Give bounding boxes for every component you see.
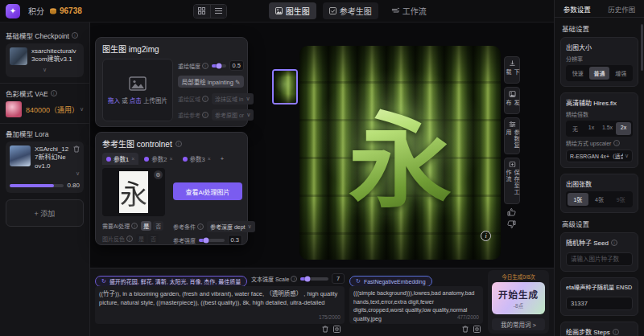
trash-icon[interactable]: [462, 326, 469, 333]
favorite-prompts-button[interactable]: 我的常用词 >: [492, 318, 545, 330]
ensd-label: eta噪声种子随机量 ENSDi: [566, 283, 633, 291]
inpaint-reference-dropdown[interactable]: 参考原图 or∨: [212, 109, 254, 121]
strength-slider[interactable]: [199, 239, 225, 242]
thumbs-up-icon[interactable]: [506, 206, 517, 217]
seed-input[interactable]: [566, 252, 633, 266]
controlnet-tab-2[interactable]: 参数2×: [140, 153, 176, 165]
denoise-label: 重绘幅度i: [178, 62, 208, 70]
tab-history[interactable]: 历史作图: [600, 4, 644, 14]
trash-icon[interactable]: [73, 145, 80, 153]
lora-weight-slider[interactable]: [10, 184, 64, 187]
inpaint-reference-label: 重绘参考i: [178, 111, 208, 119]
image-upload-dropzone[interactable]: 拖入 或 点击 上传图片: [102, 59, 173, 121]
close-icon[interactable]: ×: [169, 156, 172, 162]
expand-icon[interactable]: [473, 326, 481, 333]
checkpoint-card[interactable]: xsarchitecturalv3com建筑v3.1 ∨: [6, 43, 84, 77]
generated-image[interactable]: 永: [299, 46, 501, 260]
view-processed-image-button[interactable]: 查看Ai处理图片: [173, 182, 242, 200]
trash-icon[interactable]: [322, 326, 328, 333]
publish-icon: [509, 91, 516, 97]
workflow-icon: [391, 7, 399, 14]
info-icon: i: [202, 63, 208, 69]
thumbs-down-icon[interactable]: [506, 219, 517, 230]
negative-prompt-textarea[interactable]: (((simple background))),lowres,bad anato…: [349, 286, 483, 324]
save-to-workflow-button[interactable]: 保存至工作流: [504, 158, 520, 204]
scrollbar[interactable]: [641, 24, 643, 71]
hires-fix-label: 高清辅助 Hires.fix: [566, 98, 633, 107]
reference-icon: [329, 7, 336, 14]
resolution-label: 分辨率: [566, 55, 633, 63]
resolution-fast[interactable]: 快速: [568, 67, 588, 80]
add-lora-button[interactable]: + 添加: [6, 199, 84, 227]
hires-scale-segmented: 无 1x 1.5x 2x: [566, 121, 633, 137]
grid-view-icon[interactable]: [194, 5, 210, 18]
publish-button[interactable]: 发布: [504, 87, 520, 114]
menu-list-icon[interactable]: [210, 5, 226, 18]
upscaler-label: 精绘方式 upscaleri: [566, 139, 633, 147]
lora-card[interactable]: XSArchi_127新科幻Neov1.0 ∨ 0.80: [6, 141, 84, 193]
controlnet-tab-3[interactable]: 参数3×: [179, 153, 215, 165]
checkpoint-name: xsarchitecturalv3com建筑v3.1: [31, 47, 80, 64]
positive-prompt-textarea[interactable]: ((竹子)), in a blooming garden, (fresh and…: [95, 286, 345, 324]
info-icon: i: [126, 236, 133, 242]
unit-dot-icon: [183, 157, 188, 162]
controlnet-panel: 参考生图 controlneti 参数1× 参数2× 参数3× + 永 ⚙ 查看…: [95, 132, 248, 245]
info-icon: i: [202, 112, 208, 118]
cfg-scale-value[interactable]: 7: [332, 273, 345, 284]
denoise-value[interactable]: 0.5: [229, 60, 244, 71]
reuse-params-button[interactable]: 参数复用: [504, 117, 520, 154]
hires-none[interactable]: 无: [568, 122, 583, 135]
tab-parameters[interactable]: 参数设置: [555, 4, 600, 14]
tab-reference-gen[interactable]: 参考生图: [323, 2, 378, 19]
tab-img2img[interactable]: 图生图: [269, 2, 316, 19]
controlnet-tab-1[interactable]: 参数1×: [102, 153, 138, 165]
chevron-down-icon[interactable]: ∨: [10, 170, 80, 177]
positive-chip[interactable]: ↻盛开的花园, 鲜花, 清新, 太阳光, 肖像, 杰作, 最佳质量: [95, 272, 247, 287]
vae-selector[interactable]: 840000（通用） ∨: [6, 101, 84, 117]
vae-section-label: 色彩模式 VAEi: [6, 88, 84, 98]
upscaler-dropdown[interactable]: R-ESRGAN 4x+（适合多种风∨: [566, 150, 633, 162]
count-9: 9张: [610, 193, 631, 206]
controlnet-image-viewer[interactable]: 永 ⚙: [102, 168, 165, 216]
condition-dropdown[interactable]: 参考深度 dept∨: [207, 221, 255, 232]
inpaint-area-dropdown[interactable]: 涂抹区域 in∨: [212, 93, 254, 104]
resolution-normal[interactable]: 普通: [589, 67, 610, 80]
settings-panel: 参数设置 历史作图 基础设置 出图大小 分辨率 快速 普通 增强 高清辅助 Hi…: [554, 0, 644, 336]
ensd-input[interactable]: [566, 297, 633, 310]
info-icon: i: [202, 96, 208, 102]
close-icon[interactable]: ×: [208, 156, 211, 162]
generation-thumbnail[interactable]: [272, 69, 298, 104]
hires-15x[interactable]: 1.5x: [600, 122, 615, 135]
chevron-down-icon[interactable]: ∨: [10, 67, 80, 73]
expand-icon[interactable]: [333, 326, 341, 333]
hires-2x[interactable]: 2x: [616, 122, 631, 135]
condition-label: 参考条件i: [173, 223, 204, 231]
negative-chip[interactable]: ↻FastNegativeEmbedding: [349, 272, 432, 287]
refresh-icon: ↻: [356, 278, 361, 285]
count-4[interactable]: 4张: [589, 193, 610, 206]
info-icon: i: [51, 90, 57, 96]
positive-char-counter: 175/2000: [319, 313, 341, 322]
inpaint-button[interactable]: 局部重绘 inpainting ✎: [178, 76, 244, 88]
strength-value[interactable]: 0.3: [228, 235, 242, 245]
app-logo-icon[interactable]: ✦: [6, 4, 20, 18]
vae-value: 840000（通用）: [26, 104, 76, 115]
close-icon[interactable]: ×: [131, 156, 134, 162]
denoise-slider[interactable]: [212, 64, 226, 68]
tab-workflow[interactable]: 工作流: [385, 2, 433, 19]
lora-section-label: 叠加模型 Lora: [6, 129, 84, 138]
image-info-icon[interactable]: i: [481, 231, 491, 241]
app-window: ✦ 积分 96738 图生图 参考生图 工作流 基础模型 Checkpointi: [0, 0, 644, 336]
hires-1x[interactable]: 1x: [584, 122, 599, 135]
add-controlnet-tab[interactable]: +: [217, 154, 228, 164]
resolution-enhanced[interactable]: 增强: [610, 67, 631, 80]
settings-panel-tabs: 参数设置 历史作图: [555, 0, 644, 18]
cfg-scale-slider[interactable]: [300, 277, 328, 281]
count-1[interactable]: 1张: [568, 193, 588, 206]
download-button[interactable]: 下载: [504, 56, 520, 84]
cfg-scale-label: 文本强度 Scalei: [251, 275, 297, 283]
gear-icon[interactable]: ⚙: [154, 170, 163, 179]
need-ai-toggle[interactable]: 是否: [141, 221, 163, 231]
info-icon: i: [197, 223, 204, 230]
generate-button[interactable]: 开始生成 -8点: [492, 282, 545, 314]
